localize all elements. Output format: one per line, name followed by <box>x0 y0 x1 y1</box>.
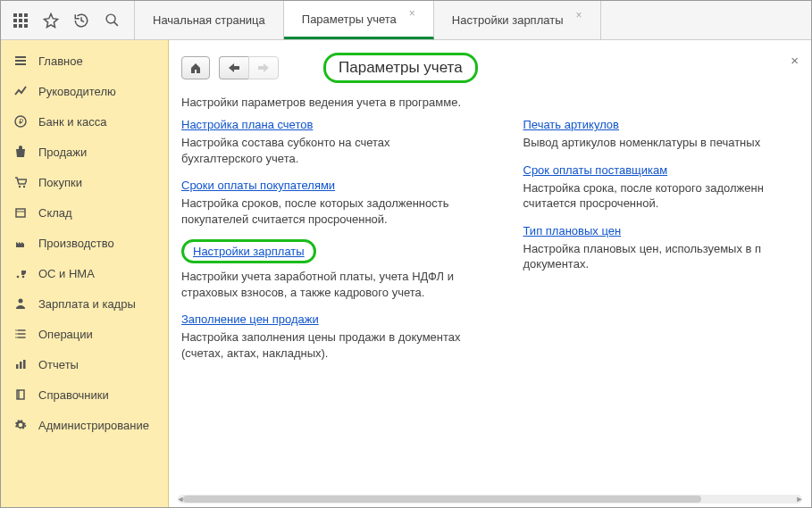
forward-button[interactable] <box>248 56 279 79</box>
gear-icon <box>13 418 28 432</box>
highlighted-link-wrapper: Настройки зарплаты <box>181 239 316 263</box>
sidebar-item-label: Администрирование <box>38 419 149 432</box>
sidebar-item-main[interactable]: Главное <box>1 46 168 76</box>
scroll-right-icon[interactable]: ► <box>795 495 804 504</box>
sidebar-item-reports[interactable]: Отчеты <box>1 349 168 379</box>
sidebar-item-label: ОС и НМА <box>38 267 95 280</box>
sidebar-item-production[interactable]: Производство <box>1 228 168 258</box>
nav-button-group <box>219 56 279 79</box>
factory-icon <box>13 236 28 250</box>
svg-point-9 <box>106 14 115 23</box>
close-icon[interactable]: × <box>409 7 415 20</box>
list-icon <box>13 327 28 341</box>
section-desc: Настройка сроков, после которых задолжен… <box>181 196 470 227</box>
topbar: Начальная страница Параметры учета × Нас… <box>1 1 811 40</box>
svg-rect-1 <box>19 13 22 17</box>
sidebar-item-bank[interactable]: ₽ Банк и касса <box>1 106 168 137</box>
sidebar-item-hr[interactable]: Зарплата и кадры <box>1 288 168 319</box>
svg-rect-15 <box>16 209 25 217</box>
right-column: Печать артикулов Вывод артикулов номенкл… <box>523 118 812 373</box>
link-print-articles[interactable]: Печать артикулов <box>523 118 620 131</box>
sidebar-item-label: Справочники <box>38 388 109 402</box>
svg-point-17 <box>17 276 20 279</box>
tab-bar: Начальная страница Параметры учета × Нас… <box>135 1 601 39</box>
svg-rect-2 <box>24 13 28 17</box>
ruble-icon: ₽ <box>13 114 28 129</box>
book-icon <box>13 387 28 402</box>
truck-icon <box>13 266 28 280</box>
svg-rect-21 <box>20 362 22 369</box>
bag-icon <box>13 145 28 159</box>
link-planned-prices[interactable]: Тип плановых цен <box>523 224 622 237</box>
link-supplier-payment-terms[interactable]: Срок оплаты поставщикам <box>523 163 668 177</box>
tab-home[interactable]: Начальная страница <box>135 1 284 39</box>
link-sales-prices[interactable]: Заполнение цен продажи <box>181 312 319 326</box>
sidebar-item-label: Покупки <box>38 176 82 189</box>
section-print-articles: Печать артикулов Вывод артикулов номенкл… <box>523 118 812 151</box>
close-icon[interactable]: × <box>576 9 582 21</box>
close-page-button[interactable]: × <box>791 53 799 68</box>
content-area: × Параметры учета Настройки параметров в… <box>169 40 811 507</box>
section-salary-settings: Настройки зарплаты Настройки учета зараб… <box>181 239 470 300</box>
person-icon <box>13 296 28 311</box>
chart-icon <box>13 84 28 98</box>
apps-icon[interactable] <box>12 12 29 29</box>
sidebar-item-label: Отчеты <box>38 358 79 371</box>
tab-params[interactable]: Параметры учета × <box>284 1 434 39</box>
back-button[interactable] <box>219 56 248 79</box>
box-icon <box>13 205 28 220</box>
sidebar-item-label: Банк и касса <box>38 115 107 129</box>
tab-label: Параметры учета <box>302 12 397 26</box>
link-customer-payment-terms[interactable]: Сроки оплаты покупателями <box>181 179 335 192</box>
sidebar-item-admin[interactable]: Администрирование <box>1 410 168 440</box>
scrollbar-thumb[interactable] <box>183 496 701 503</box>
tab-salary[interactable]: Настройки зарплаты × <box>434 1 601 39</box>
cart-icon <box>13 175 28 189</box>
star-icon[interactable] <box>42 12 60 29</box>
left-column: Настройка плана счетов Настройка состава… <box>181 118 470 373</box>
topbar-icon-group <box>1 1 135 39</box>
horizontal-scrollbar[interactable]: ◄ ► <box>178 495 802 504</box>
sidebar-item-sales[interactable]: Продажи <box>1 137 168 167</box>
svg-point-13 <box>19 186 21 187</box>
sidebar-item-label: Операции <box>38 328 93 341</box>
home-button[interactable] <box>181 56 210 79</box>
section-planned-prices: Тип плановых цен Настройка плановых цен,… <box>523 224 812 272</box>
tab-label: Настройки зарплаты <box>452 13 564 27</box>
section-desc: Настройка срока, после которого задолжен… <box>523 180 812 212</box>
sidebar-item-purchases[interactable]: Покупки <box>1 167 168 197</box>
svg-rect-4 <box>19 19 22 22</box>
sidebar: Главное Руководителю ₽ Банк и касса Прод… <box>1 40 169 507</box>
section-desc: Настройка плановых цен, используемых в п… <box>523 241 812 272</box>
sidebar-item-assets[interactable]: ОС и НМА <box>1 258 168 288</box>
link-salary-settings[interactable]: Настройки зарплаты <box>193 245 305 258</box>
svg-rect-8 <box>24 24 28 28</box>
bars-icon <box>13 357 28 371</box>
sidebar-item-manager[interactable]: Руководителю <box>1 76 168 106</box>
tab-label: Начальная страница <box>153 13 265 27</box>
page-intro: Настройки параметров ведения учета в про… <box>181 96 811 109</box>
search-icon[interactable] <box>103 12 121 29</box>
sidebar-item-operations[interactable]: Операции <box>1 319 168 349</box>
section-desc: Настройки учета заработной платы, учета … <box>181 269 470 300</box>
svg-rect-3 <box>13 19 17 22</box>
sidebar-item-label: Производство <box>38 237 114 250</box>
svg-line-10 <box>113 22 117 26</box>
svg-rect-22 <box>23 360 26 369</box>
history-icon[interactable] <box>72 12 90 29</box>
svg-rect-0 <box>13 13 17 17</box>
section-supplier-payment-terms: Срок оплаты поставщикам Настройка срока,… <box>523 163 812 212</box>
section-desc: Настройка заполнения цены продажи в доку… <box>181 329 470 361</box>
page-title: Параметры учета <box>323 53 478 83</box>
sidebar-item-catalog[interactable]: Справочники <box>1 379 168 410</box>
svg-point-14 <box>23 186 25 187</box>
section-desc: Настройка состава субконто на счетах бух… <box>181 135 470 166</box>
main-layout: Главное Руководителю ₽ Банк и касса Прод… <box>1 40 811 507</box>
svg-rect-5 <box>24 19 28 22</box>
sidebar-item-label: Склад <box>38 206 72 220</box>
section-desc: Вывод артикулов номенклатуры в печатных <box>523 135 812 151</box>
sidebar-item-label: Зарплата и кадры <box>38 297 136 311</box>
svg-point-19 <box>19 299 23 304</box>
link-chart-of-accounts[interactable]: Настройка плана счетов <box>181 118 313 131</box>
sidebar-item-warehouse[interactable]: Склад <box>1 197 168 228</box>
